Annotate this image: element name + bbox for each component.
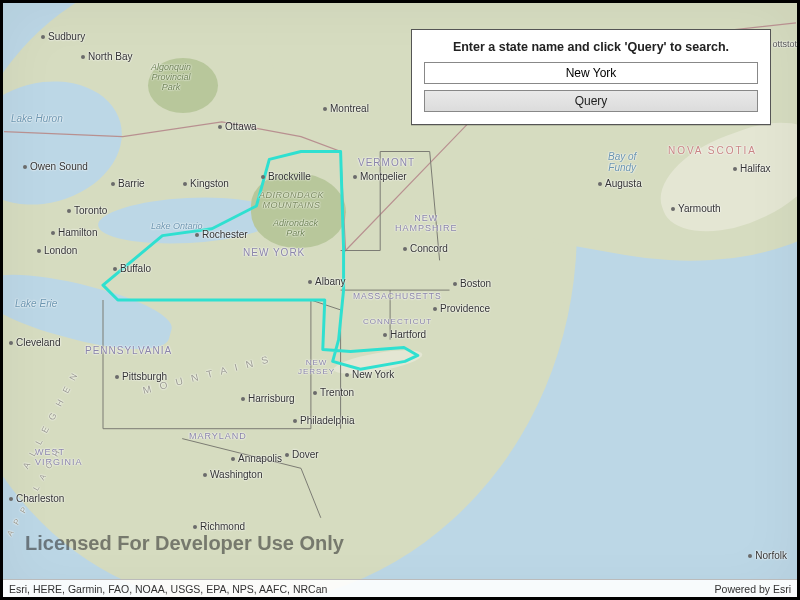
query-button[interactable]: Query — [424, 90, 758, 112]
app-frame: Lake Huron Lake Ontario Lake Erie Bay of… — [0, 0, 800, 600]
query-panel: Enter a state name and click 'Query' to … — [411, 29, 771, 125]
attribution-sources: Esri, HERE, Garmin, FAO, NOAA, USGS, EPA… — [9, 583, 327, 595]
query-prompt: Enter a state name and click 'Query' to … — [424, 40, 758, 54]
state-name-input[interactable] — [424, 62, 758, 84]
attribution-bar: Esri, HERE, Garmin, FAO, NOAA, USGS, EPA… — [3, 579, 797, 597]
park-algonquin — [148, 58, 218, 113]
park-adirondack — [251, 173, 346, 248]
attribution-powered-by: Powered by Esri — [715, 583, 791, 595]
